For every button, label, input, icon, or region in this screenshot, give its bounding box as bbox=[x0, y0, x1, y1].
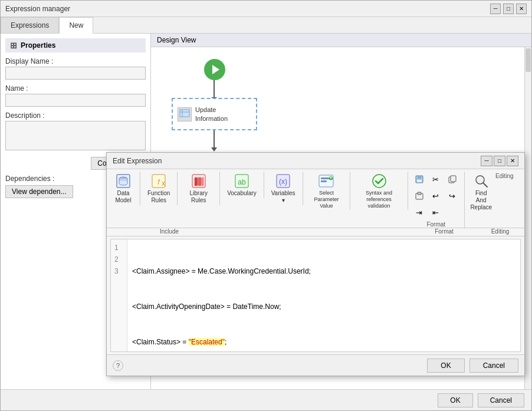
library-rules-button[interactable]: Library Rules bbox=[181, 172, 216, 205]
library-rules-label: Library Rules bbox=[185, 190, 212, 204]
line-number-1: 1 bbox=[114, 242, 124, 254]
svg-rect-24 bbox=[417, 180, 422, 182]
vocabulary-button[interactable]: ab Vocabulary bbox=[224, 172, 260, 198]
display-name-label: Display Name : bbox=[5, 57, 146, 65]
line-number-2: 2 bbox=[114, 254, 124, 265]
toolbar-group-data-model: DataModel bbox=[110, 172, 140, 205]
toolbar-group-format: ✂ ↩ ↪ ⇥ ⇤ Format bbox=[412, 172, 465, 228]
svg-rect-26 bbox=[451, 176, 456, 182]
svg-line-30 bbox=[483, 183, 487, 187]
toolbar-group-find-replace: Find AndReplace Editing bbox=[468, 172, 518, 212]
workflow-start-node[interactable] bbox=[204, 59, 225, 80]
workflow-box-icon bbox=[178, 107, 192, 121]
tab-expressions[interactable]: Expressions bbox=[1, 17, 59, 33]
toolbar-group-library: Library Rules bbox=[181, 172, 220, 205]
format-icons-row: ✂ ↩ ↪ ⇥ ⇤ bbox=[412, 172, 461, 220]
redo-format-button[interactable]: ↪ bbox=[445, 188, 460, 203]
title-bar: Expression manager ─ □ ✕ bbox=[1, 1, 531, 17]
select-parameter-button[interactable]: + Select ParameterValue bbox=[307, 172, 347, 210]
code-line-3: <Claim.Status> = "Escalated"; bbox=[132, 336, 515, 348]
include-section-label: Include bbox=[110, 228, 228, 236]
tab-new[interactable]: New bbox=[59, 17, 93, 34]
function-rules-button[interactable]: f x FunctionRules bbox=[144, 172, 173, 205]
svg-rect-10 bbox=[198, 177, 201, 186]
close-button[interactable]: ✕ bbox=[516, 4, 527, 14]
maximize-button[interactable]: □ bbox=[503, 4, 514, 14]
dialog-close-button[interactable]: ✕ bbox=[507, 156, 518, 166]
outdent-format-button[interactable]: ⇤ bbox=[428, 205, 444, 220]
description-input[interactable] bbox=[5, 121, 146, 150]
svg-point-21 bbox=[373, 175, 386, 188]
code-editor[interactable]: 1 2 3 <Claim.Assignee> = Me.Case.Working… bbox=[110, 239, 521, 352]
variables-button[interactable]: (x) Variables▾ bbox=[268, 172, 299, 205]
name-input[interactable] bbox=[5, 94, 146, 107]
section-labels-row: Include Format Editing bbox=[107, 228, 524, 236]
variables-label: Variables▾ bbox=[271, 190, 295, 204]
dialog-minimize-button[interactable]: ─ bbox=[481, 156, 492, 166]
name-field: Name : bbox=[5, 84, 146, 107]
find-replace-icon bbox=[473, 173, 490, 189]
tab-bar: Expressions New bbox=[1, 17, 531, 34]
toolbar-group-variables: (x) Variables▾ bbox=[268, 172, 303, 205]
code-line-1: <Claim.Assignee> = Me.Case.WorkingCreden… bbox=[132, 265, 515, 277]
syntax-validation-button[interactable]: Syntax and referencesvalidation bbox=[354, 172, 404, 210]
variables-icon: (x) bbox=[275, 173, 291, 189]
code-text-area[interactable]: <Claim.Assignee> = Me.Case.WorkingCreden… bbox=[127, 239, 520, 351]
properties-icon: ⊞ bbox=[10, 41, 17, 50]
dialog-buttons: OK Cancel bbox=[427, 359, 518, 373]
main-cancel-button[interactable]: Cancel bbox=[478, 393, 524, 407]
dialog-title: Edit Expression bbox=[113, 157, 162, 165]
svg-text:x: x bbox=[162, 179, 165, 188]
library-rules-icon bbox=[191, 173, 207, 189]
display-name-input[interactable] bbox=[5, 67, 146, 80]
dialog-cancel-button[interactable]: Cancel bbox=[469, 359, 518, 373]
view-dependencies-button[interactable]: View dependen... bbox=[5, 185, 73, 198]
format-section-label: Format bbox=[426, 221, 445, 228]
select-parameter-label: Select ParameterValue bbox=[310, 190, 343, 209]
minimize-button[interactable]: ─ bbox=[490, 4, 501, 14]
svg-text:+: + bbox=[329, 173, 333, 182]
svg-text:(x): (x) bbox=[279, 177, 287, 186]
data-model-icon bbox=[115, 173, 132, 189]
line-number-3: 3 bbox=[114, 265, 124, 277]
dialog-title-bar: Edit Expression ─ □ ✕ bbox=[107, 153, 524, 169]
select-parameter-icon: + bbox=[318, 173, 334, 189]
line-numbers: 1 2 3 bbox=[111, 239, 127, 351]
dialog-bottom: ? OK Cancel bbox=[107, 354, 524, 376]
vocabulary-label: Vocabulary bbox=[227, 190, 256, 197]
description-field: Description : bbox=[5, 111, 146, 152]
find-replace-button[interactable]: Find AndReplace bbox=[468, 172, 494, 212]
paste-format-button[interactable] bbox=[412, 188, 427, 203]
properties-header: ⊞ Properties bbox=[5, 38, 146, 52]
syntax-validation-label: Syntax and referencesvalidation bbox=[357, 190, 400, 209]
svg-rect-18 bbox=[321, 180, 327, 182]
vocabulary-icon: ab bbox=[234, 173, 250, 189]
function-rules-icon: f x bbox=[150, 173, 167, 189]
main-ok-button[interactable]: OK bbox=[438, 393, 472, 407]
dialog-toolbar: DataModel f x FunctionRules bbox=[107, 169, 524, 228]
design-view-header: Design View bbox=[151, 34, 531, 47]
copy-format-button[interactable] bbox=[445, 172, 460, 187]
svg-rect-0 bbox=[180, 110, 189, 117]
bottom-bar: OK Cancel bbox=[1, 389, 531, 410]
editing-section-label2: Editing bbox=[480, 228, 521, 236]
code-line-2: <Claim.ActivityOpeningDate> = DateTime.N… bbox=[132, 301, 515, 313]
format-section-label2: Format bbox=[409, 228, 480, 236]
function-rules-label: FunctionRules bbox=[147, 190, 170, 204]
data-model-button[interactable]: DataModel bbox=[110, 172, 136, 205]
save-format-button[interactable] bbox=[412, 172, 427, 187]
workflow-update-box[interactable]: Update Information bbox=[172, 98, 257, 130]
name-label: Name : bbox=[5, 84, 146, 93]
toolbar-group-syntax: Syntax and referencesvalidation bbox=[354, 172, 408, 210]
help-icon-button[interactable]: ? bbox=[113, 360, 123, 371]
indent-format-button[interactable]: ⇥ bbox=[412, 205, 427, 220]
dialog-ok-button[interactable]: OK bbox=[427, 359, 464, 373]
cut-format-button[interactable]: ✂ bbox=[428, 172, 444, 187]
undo-format-button[interactable]: ↩ bbox=[428, 188, 444, 203]
window-title: Expression manager bbox=[5, 5, 70, 13]
syntax-validation-icon bbox=[371, 173, 387, 189]
title-bar-controls: ─ □ ✕ bbox=[490, 4, 527, 14]
dialog-maximize-button[interactable]: □ bbox=[494, 156, 505, 166]
svg-rect-17 bbox=[321, 177, 329, 179]
design-scrollbar[interactable] bbox=[524, 47, 531, 389]
